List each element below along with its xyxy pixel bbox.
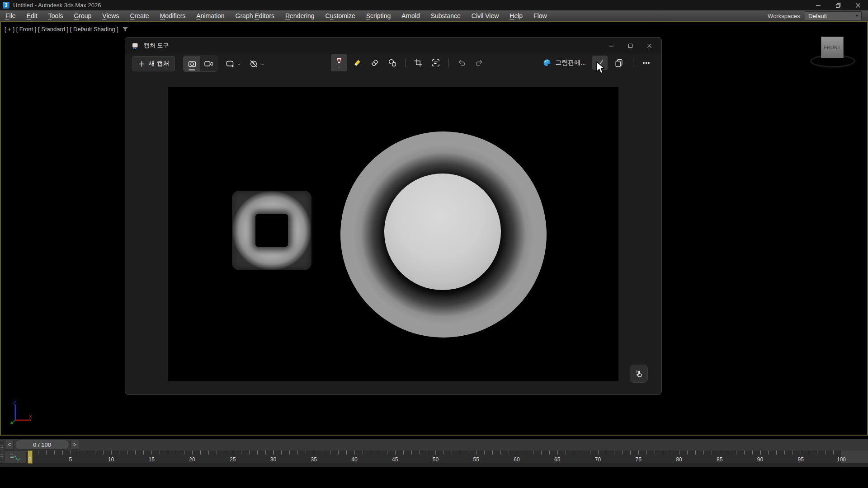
snipping-tool-window: 캡처 도구 새 캡처 bbox=[125, 37, 662, 395]
timeline-lower-strip bbox=[0, 463, 868, 467]
snip-shape-dropdown[interactable]: ⌄ bbox=[226, 59, 241, 68]
snip-minimize-button[interactable] bbox=[602, 38, 621, 54]
menu-create[interactable]: Create bbox=[124, 12, 154, 19]
text-extract-icon bbox=[431, 58, 440, 67]
undo-icon bbox=[457, 58, 466, 67]
menu-views[interactable]: Views bbox=[97, 12, 124, 19]
viewcube[interactable]: FRONT bbox=[809, 37, 854, 68]
render-sphere bbox=[384, 174, 501, 290]
render-square-torus-hole bbox=[255, 214, 288, 247]
track-bar[interactable]: 0510152025303540455055606570758085909510… bbox=[0, 450, 868, 463]
max-window-controls bbox=[808, 0, 868, 10]
menu-substance[interactable]: Substance bbox=[425, 12, 466, 19]
see-more-button[interactable]: ••• bbox=[640, 60, 653, 66]
menu-group[interactable]: Group bbox=[68, 12, 97, 19]
shapes-button[interactable] bbox=[385, 56, 400, 70]
viewcube-front-face[interactable]: FRONT bbox=[821, 37, 844, 58]
snip-toolbar-center: ⌄ bbox=[331, 55, 487, 71]
render-square-torus bbox=[232, 191, 311, 270]
timeline-tick-label: 10 bbox=[108, 456, 114, 463]
crop-button[interactable] bbox=[410, 56, 426, 70]
timeline-tick-label: 5 bbox=[69, 456, 72, 463]
max-minimize-button[interactable] bbox=[808, 0, 828, 10]
timeline-tick-label: 20 bbox=[189, 456, 195, 463]
snip-window-controls bbox=[602, 38, 661, 54]
highlighter-icon bbox=[353, 58, 362, 67]
workspaces-label: Workspaces: bbox=[768, 13, 802, 19]
snip-timer-dropdown[interactable]: ⌄ bbox=[249, 59, 264, 68]
next-frame-button[interactable]: > bbox=[71, 440, 79, 450]
previous-frame-button[interactable]: < bbox=[5, 440, 14, 450]
undo-button[interactable] bbox=[454, 56, 469, 70]
touch-writing-button[interactable] bbox=[630, 365, 648, 383]
snip-maximize-button[interactable] bbox=[621, 38, 640, 54]
workspace-dropdown[interactable]: Default ▼ bbox=[805, 11, 862, 20]
max-titlebar: 3 Untitled - Autodesk 3ds Max 2026 bbox=[0, 0, 868, 10]
3ds-max-app-icon: 3 bbox=[3, 2, 9, 9]
snip-titlebar[interactable]: 캡처 도구 bbox=[125, 38, 661, 54]
menu-tools[interactable]: Tools bbox=[43, 12, 69, 19]
viewport-label[interactable]: [ + ] [ Front ] [ Standard ] [ Default S… bbox=[5, 26, 128, 33]
copy-icon bbox=[614, 58, 623, 67]
menu-animation[interactable]: Animation bbox=[191, 12, 230, 19]
highlighter-button[interactable] bbox=[349, 56, 365, 70]
menu-graph-editors[interactable]: Graph Editors bbox=[230, 12, 280, 19]
timeline-tick-label: 45 bbox=[392, 456, 398, 463]
max-close-button[interactable] bbox=[848, 0, 868, 10]
menu-civil-view[interactable]: Civil View bbox=[466, 12, 504, 19]
timeline-tick-label: 35 bbox=[311, 456, 317, 463]
edit-in-paint-label: 그림판에... bbox=[555, 59, 586, 67]
menu-edit[interactable]: Edit bbox=[21, 12, 43, 19]
crop-icon bbox=[414, 58, 423, 67]
ballpoint-pen-icon bbox=[335, 58, 344, 66]
workspace-value: Default bbox=[808, 13, 827, 19]
snip-close-button[interactable] bbox=[640, 38, 659, 54]
menu-arnold[interactable]: Arnold bbox=[396, 12, 425, 19]
captured-image bbox=[168, 87, 618, 381]
time-slider[interactable]: 0 / 100 bbox=[15, 440, 69, 450]
plus-icon bbox=[138, 61, 145, 67]
axis-x-label: X bbox=[29, 414, 32, 420]
new-capture-button[interactable]: 새 캡처 bbox=[132, 56, 175, 71]
record-mode-button[interactable] bbox=[200, 56, 217, 71]
timeline-tick-label: 15 bbox=[149, 456, 155, 463]
timeline-tick-label: 95 bbox=[798, 456, 804, 463]
camera-icon bbox=[188, 59, 197, 68]
menu-flow[interactable]: Flow bbox=[528, 12, 552, 19]
timeline-tick-label: 0 bbox=[28, 456, 32, 463]
timeline-ruler[interactable]: 0510152025303540455055606570758085909510… bbox=[30, 450, 841, 463]
timeline-tick-label: 75 bbox=[636, 456, 642, 463]
timeline-tick-label: 60 bbox=[514, 456, 519, 463]
menu-rendering[interactable]: Rendering bbox=[280, 12, 320, 19]
redo-icon bbox=[475, 58, 484, 67]
ballpoint-pen-button[interactable]: ⌄ bbox=[331, 54, 347, 71]
viewport-label-text[interactable]: [ + ] [ Front ] [ Standard ] [ Default S… bbox=[5, 26, 118, 33]
toolbar-separator bbox=[448, 58, 449, 67]
timer-off-icon bbox=[249, 59, 258, 68]
menu-customize[interactable]: Customize bbox=[320, 12, 361, 19]
workspaces-area: Workspaces: Default ▼ bbox=[768, 11, 868, 20]
redo-button[interactable] bbox=[472, 56, 487, 70]
menu-scripting[interactable]: Scripting bbox=[361, 12, 396, 19]
mini-curve-editor-button[interactable] bbox=[5, 451, 26, 463]
timeline-drag-handle[interactable] bbox=[0, 439, 4, 463]
toolbar-separator bbox=[405, 58, 406, 67]
chevron-down-icon: ▼ bbox=[855, 14, 859, 18]
copy-button[interactable] bbox=[611, 56, 627, 70]
menu-file[interactable]: File bbox=[0, 12, 21, 19]
filter-funnel-icon[interactable] bbox=[122, 27, 128, 32]
edit-in-paint-button[interactable]: 그림판에... bbox=[540, 56, 589, 70]
eraser-button[interactable] bbox=[367, 56, 382, 70]
timeline-tick-label: 30 bbox=[270, 456, 276, 463]
timeline-tick-label: 55 bbox=[473, 456, 479, 463]
max-restore-button[interactable] bbox=[828, 0, 848, 10]
chevron-down-icon: ⌄ bbox=[260, 62, 264, 66]
menu-help[interactable]: Help bbox=[504, 12, 528, 19]
time-scrubber-row: < 0 / 100 > bbox=[0, 439, 868, 450]
text-actions-button[interactable] bbox=[428, 56, 443, 70]
max-menubar: FileEditToolsGroupViewsCreateModifiersAn… bbox=[0, 10, 868, 22]
snipping-tool-icon bbox=[132, 42, 139, 50]
menu-modifiers[interactable]: Modifiers bbox=[154, 12, 191, 19]
toolbar-separator bbox=[633, 58, 633, 67]
timeline-tick-label: 40 bbox=[351, 456, 357, 463]
